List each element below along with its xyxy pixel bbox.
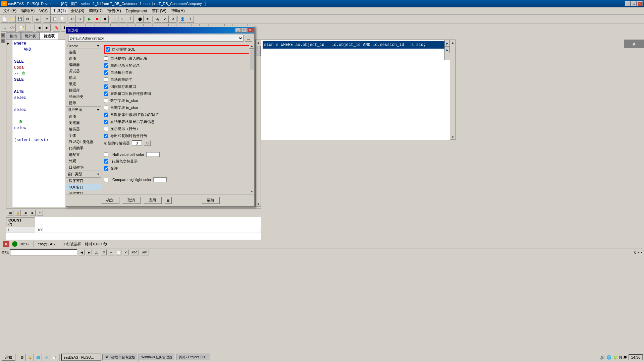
- option-new-win-join[interactable]: 在新窗口里执行连接查询: [104, 90, 252, 97]
- modal-help-btn[interactable]: 帮助: [201, 197, 220, 204]
- checkbox-auto-commit[interactable]: [106, 47, 110, 52]
- modal-cancel-btn[interactable]: 取消: [122, 197, 141, 204]
- nav-datetime[interactable]: 日期/时间: [66, 164, 101, 171]
- nav-options[interactable]: 选项: [66, 55, 101, 62]
- nav-debugger[interactable]: 调试器: [66, 68, 101, 74]
- nav-back-btn[interactable]: ◀: [36, 24, 43, 32]
- save-btn[interactable]: 💾: [16, 15, 23, 23]
- menu-deployment[interactable]: Deployment: [124, 8, 149, 14]
- modal-restore-btn[interactable]: □: [241, 28, 247, 33]
- nav-login-history[interactable]: 登录历史: [66, 94, 101, 100]
- taskbar-icon-3[interactable]: 🌐: [35, 354, 42, 361]
- search-prev-btn[interactable]: ◀: [78, 249, 85, 255]
- checkbox-compare-color[interactable]: [104, 178, 108, 182]
- start-button[interactable]: 开始: [1, 354, 15, 361]
- minimize-btn[interactable]: _: [625, 1, 631, 6]
- option-row-color[interactable]: 行颜色交替显示: [104, 158, 252, 165]
- menu-file[interactable]: 文件(F): [1, 7, 18, 14]
- scroll-thumb[interactable]: [256, 46, 261, 56]
- nav-ui-editor[interactable]: 编辑器: [66, 126, 101, 132]
- modal-scroll-down[interactable]: ▼: [249, 189, 254, 194]
- checkbox-auto-commit-entered[interactable]: [104, 56, 108, 61]
- taskbar-icon-5[interactable]: 📋: [51, 354, 58, 361]
- taskbar-icon-1[interactable]: 🖥: [18, 354, 26, 361]
- taskbar-item-bos[interactable]: BOS管理平台专业版: [102, 354, 138, 361]
- nav-font[interactable]: 字体: [66, 132, 101, 139]
- option-lf-crlf[interactable]: 从数据库中读取LF作为CR/LF: [104, 111, 252, 118]
- editor-vscrollbar[interactable]: ▲ ▼: [255, 40, 261, 207]
- profile-dropdown[interactable]: Default Administrator: [68, 35, 244, 42]
- taskbar-item-taskmgr[interactable]: Windows 任务管理器: [139, 354, 175, 361]
- info-btn[interactable]: ℹ: [186, 15, 194, 23]
- profile-more-btn[interactable]: ...: [245, 35, 252, 42]
- nav-fwd-btn[interactable]: ▶: [43, 24, 51, 32]
- checkbox-allow[interactable]: [104, 166, 108, 171]
- nav-beautifier[interactable]: PL/SQL 美化器: [66, 139, 101, 145]
- user-btn[interactable]: 👤: [179, 15, 186, 23]
- option-auto-select[interactable]: 自动选择语句: [104, 76, 252, 83]
- option-date-to-char[interactable]: 日期字段 to_char: [104, 104, 252, 111]
- nav-appearance[interactable]: 外观: [66, 158, 101, 164]
- nav-code-assist[interactable]: 代码助手: [66, 145, 101, 152]
- nav-test-win[interactable]: 测试窗口: [66, 190, 101, 194]
- next-btn[interactable]: ⤷: [119, 15, 126, 23]
- search-tb-btn[interactable]: 🔍: [1, 24, 8, 32]
- checkbox-date-to-char[interactable]: [104, 106, 108, 110]
- nav-database[interactable]: 数据库: [66, 87, 101, 94]
- modal-ok-btn[interactable]: 确定: [101, 197, 119, 204]
- paste-btn[interactable]: 📑: [59, 15, 66, 23]
- hl-scroll-down[interactable]: ▼: [450, 134, 455, 140]
- search-up-btn[interactable]: △: [93, 249, 99, 255]
- step-btn[interactable]: ⤵: [111, 15, 118, 23]
- checkbox-num-to-char[interactable]: [104, 99, 108, 103]
- scroll-up-arrow[interactable]: ▲: [256, 40, 261, 45]
- copy-btn[interactable]: 📋: [51, 15, 58, 23]
- right-arrow-down[interactable]: ►: [445, 47, 450, 53]
- search-abc-btn[interactable]: ABC: [130, 249, 139, 255]
- menu-edit[interactable]: 编辑(E): [19, 7, 37, 14]
- bookmark-btn[interactable]: 🔖: [53, 24, 60, 32]
- tab-stats[interactable]: 统计表: [21, 32, 40, 40]
- cut-btn[interactable]: ✂: [43, 15, 51, 23]
- option-auto-commit[interactable]: 自动提交 SQL: [104, 45, 252, 54]
- stop-btn[interactable]: ⏹: [94, 15, 101, 23]
- results-nav-prev[interactable]: ◀: [22, 210, 28, 216]
- option-ask-save[interactable]: 询问保存新窗口: [104, 83, 252, 90]
- option-show-dict[interactable]: 在结果表格里显示字典信息: [104, 118, 252, 125]
- checkbox-auto-query[interactable]: [104, 70, 108, 75]
- right-nav-arrows[interactable]: ► ►: [444, 40, 450, 60]
- checkbox-auto-select[interactable]: [104, 77, 108, 82]
- checkbox-new-win-join[interactable]: [104, 92, 108, 96]
- modal-close-btn[interactable]: ✕: [248, 28, 253, 33]
- run-btn[interactable]: ▶: [86, 15, 93, 23]
- highlight-vscrollbar[interactable]: ▲ ▼: [450, 40, 455, 140]
- option-auto-commit-entered[interactable]: 自动提交已录入的记录: [104, 55, 252, 62]
- menu-debug[interactable]: 调试(D): [87, 7, 105, 14]
- checkbox-ask-save[interactable]: [104, 84, 108, 89]
- checkbox-row-color[interactable]: [104, 159, 108, 164]
- search-next-btn[interactable]: ▶: [86, 249, 92, 255]
- open-btn[interactable]: 📁: [8, 15, 16, 23]
- search-regex-btn[interactable]: A8*: [140, 249, 149, 255]
- menu-session[interactable]: 会话(S): [69, 7, 86, 14]
- db-btn[interactable]: 🔌: [154, 15, 161, 23]
- option-compare-color[interactable]: Compare highlight color: [104, 176, 252, 183]
- null-color-swatch[interactable]: [146, 152, 160, 157]
- checkbox-null-color[interactable]: [104, 153, 108, 157]
- option-auto-query[interactable]: 自动执行查询: [104, 69, 252, 76]
- modal-scroll-up[interactable]: ▲: [249, 43, 254, 49]
- tab-output[interactable]: 输出: [6, 32, 21, 40]
- nav-prog-win[interactable]: 程序窗口: [66, 178, 101, 184]
- menu-help[interactable]: 帮助(H): [169, 7, 187, 14]
- modal-vscrollbar[interactable]: ▲ ▼: [249, 43, 254, 194]
- taskbar-icon-4[interactable]: 🔗: [43, 354, 50, 361]
- results-add-btn[interactable]: +: [37, 210, 43, 216]
- checkbox-lf-crlf[interactable]: [104, 113, 108, 117]
- print-btn[interactable]: 🖨: [34, 15, 41, 23]
- new-btn[interactable]: 📄: [1, 15, 8, 23]
- checkbox-export-rownum[interactable]: [104, 134, 108, 138]
- checkbox-refresh-entered[interactable]: [104, 63, 108, 68]
- option-refresh-entered[interactable]: 刷新已录入的记录: [104, 62, 252, 69]
- redo-btn[interactable]: ↪: [76, 15, 84, 23]
- code-btn[interactable]: </>: [8, 24, 16, 32]
